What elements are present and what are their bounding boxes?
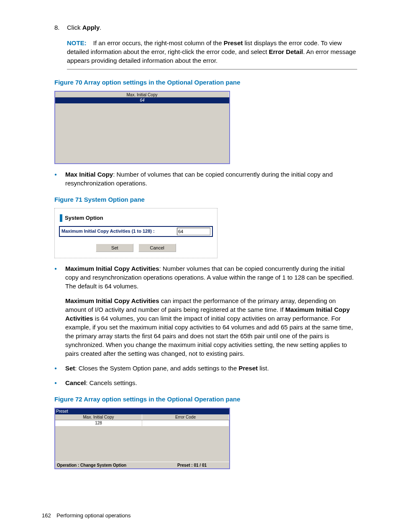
- fig72-data-row[interactable]: 128: [55, 420, 229, 426]
- fig71-label: Maximum Initial Copy Activities (1 to 12…: [61, 228, 173, 234]
- bullet-mica: ● Maximum Initial Copy Activities: Numbe…: [54, 264, 357, 290]
- note-label: NOTE:: [67, 39, 87, 46]
- fig72-header-row: Max. Initial Copy Error Code: [55, 414, 229, 420]
- figure-72-caption: Figure 72 Array option settings in the O…: [54, 395, 357, 403]
- mica-paragraph: Maximum Initial Copy Activities can impa…: [65, 296, 357, 358]
- fig71-title: System Option: [60, 214, 213, 222]
- fig72-status-preset: Preset : 01 / 01: [161, 462, 229, 468]
- fig70-header-row: Max. Initial Copy: [55, 92, 229, 98]
- step-number: 8.: [54, 23, 67, 32]
- figure-70: Max. Initial Copy 64: [54, 91, 230, 164]
- note-box: NOTE: If an error occurs, the right-most…: [67, 36, 357, 69]
- fig72-title: Preset: [55, 409, 229, 414]
- bullet-cancel: ● Cancel: Cancels settings.: [54, 378, 357, 387]
- fig72-v2: [142, 420, 229, 426]
- cancel-button[interactable]: Cancel: [138, 244, 176, 252]
- bullet-icon: ●: [54, 380, 58, 387]
- fig70-value-row[interactable]: 64: [55, 98, 229, 103]
- bullet-set: ● Set: Closes the System Option pane, an…: [54, 364, 357, 373]
- figure-70-caption: Figure 70 Array option settings in the O…: [54, 78, 357, 87]
- set-button[interactable]: Set: [96, 244, 133, 252]
- figure-72: Preset Max. Initial Copy Error Code 128 …: [54, 408, 230, 469]
- bullet-icon: ●: [54, 172, 58, 188]
- bullet-icon: ●: [54, 266, 58, 290]
- fig72-status: Operation : Change System Option Preset …: [55, 462, 229, 468]
- fig71-input-row: Maximum Initial Copy Activities (1 to 12…: [59, 226, 213, 237]
- figure-71: System Option Maximum Initial Copy Activ…: [54, 208, 217, 258]
- step-text: Click Apply.: [67, 23, 102, 32]
- fig72-h1: Max. Initial Copy: [55, 414, 142, 420]
- max-copy-input[interactable]: [177, 228, 210, 235]
- title-bar-icon: [60, 214, 62, 222]
- fig72-h2: Error Code: [142, 414, 229, 420]
- figure-71-caption: Figure 71 System Option pane: [54, 195, 357, 204]
- fig72-status-op: Operation : Change System Option: [55, 462, 161, 468]
- fig71-buttons: Set Cancel: [59, 244, 213, 252]
- fig70-header: Max. Initial Copy: [55, 92, 229, 97]
- step-8: 8. Click Apply.: [54, 23, 357, 32]
- fig72-v1: 128: [55, 420, 142, 426]
- bullet-max-initial-copy: ● Max Initial Copy: Number of volumes th…: [54, 170, 357, 188]
- bullet-icon: ●: [54, 365, 58, 373]
